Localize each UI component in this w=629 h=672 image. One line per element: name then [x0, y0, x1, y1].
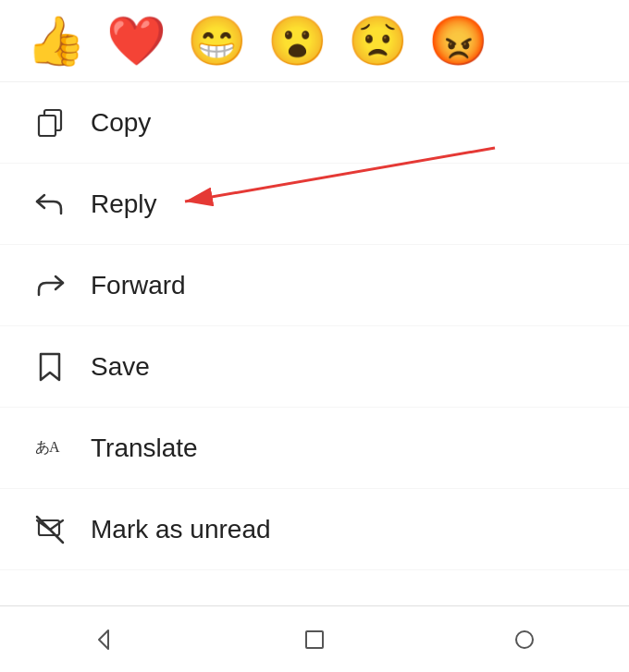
- nav-back-button[interactable]: [68, 612, 142, 667]
- mark-unread-icon: [26, 513, 74, 546]
- forward-menu-item[interactable]: Forward: [0, 245, 629, 326]
- thumbs-up-emoji[interactable]: 👍: [26, 17, 86, 65]
- nav-recents-button[interactable]: [487, 612, 561, 667]
- svg-rect-1: [39, 116, 56, 136]
- svg-marker-8: [99, 630, 108, 649]
- svg-text:A: A: [49, 439, 60, 455]
- save-menu-item[interactable]: Save: [0, 326, 629, 408]
- copy-menu-item[interactable]: Copy: [0, 82, 629, 164]
- reply-icon: [26, 188, 74, 221]
- translate-icon: あ A: [26, 432, 74, 465]
- wow-emoji[interactable]: 😮: [267, 17, 327, 65]
- forward-icon: [26, 269, 74, 302]
- mark-unread-menu-item[interactable]: Mark as unread: [0, 489, 629, 570]
- heart-emoji[interactable]: ❤️: [106, 17, 166, 65]
- svg-text:あ: あ: [35, 439, 50, 455]
- svg-rect-9: [306, 631, 323, 648]
- svg-point-10: [516, 631, 533, 648]
- angry-emoji[interactable]: 😡: [428, 17, 488, 65]
- mark-unread-label: Mark as unread: [91, 515, 271, 544]
- forward-label: Forward: [91, 271, 186, 300]
- bottom-nav-bar: [0, 605, 629, 672]
- context-menu: Copy Reply Forward Save: [0, 82, 629, 570]
- bookmark-icon: [26, 350, 74, 384]
- translate-label: Translate: [91, 434, 198, 463]
- emoji-reaction-row: 👍 ❤️ 😁 😮 😟 😡: [0, 0, 629, 82]
- copy-icon: [26, 106, 74, 140]
- worried-emoji[interactable]: 😟: [348, 17, 408, 65]
- nav-home-button[interactable]: [278, 612, 352, 667]
- save-label: Save: [91, 352, 150, 382]
- reply-menu-item[interactable]: Reply: [0, 164, 629, 245]
- translate-menu-item[interactable]: あ A Translate: [0, 408, 629, 489]
- reply-label: Reply: [91, 189, 157, 219]
- copy-label: Copy: [91, 108, 151, 138]
- grin-emoji[interactable]: 😁: [187, 17, 247, 65]
